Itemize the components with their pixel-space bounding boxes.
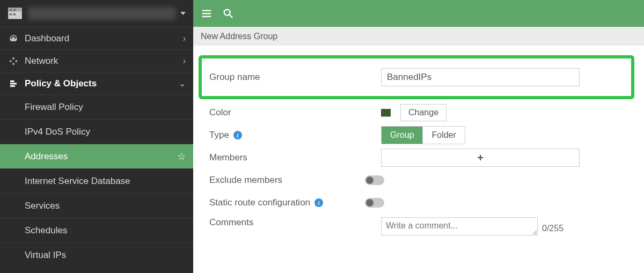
form-area: Group name Color Change Type i	[193, 46, 644, 237]
sidebar-item-label: Dashboard	[25, 33, 183, 44]
color-change-button[interactable]: Change	[400, 104, 447, 121]
type-row: Type i Group Folder	[199, 124, 634, 146]
policy-icon	[8, 79, 19, 88]
sidebar-subitem-internet-service-database[interactable]: Internet Service Database	[0, 168, 193, 193]
sidebar-subitem-ipv4-dos-policy[interactable]: IPv4 DoS Policy	[0, 119, 193, 144]
svg-point-9	[224, 10, 230, 16]
comments-input[interactable]	[381, 217, 538, 235]
sidebar-subitem-label: Services	[25, 201, 186, 211]
members-add-button[interactable]: +	[381, 149, 580, 167]
group-name-input[interactable]	[381, 68, 580, 86]
sidebar-item-network[interactable]: Network ›	[0, 49, 193, 72]
exclude-members-label: Exclude members	[209, 175, 365, 186]
sidebar-item-label: Policy & Objects	[25, 78, 179, 89]
svg-rect-8	[202, 16, 211, 17]
color-swatch-icon	[381, 109, 391, 116]
svg-rect-6	[202, 10, 211, 11]
svg-rect-7	[202, 13, 211, 14]
comments-row: Comments 0/255	[199, 214, 634, 237]
info-icon[interactable]: i	[233, 131, 242, 139]
sidebar-subitem-virtual-ips[interactable]: Virtual IPs	[0, 242, 193, 267]
brand-selector[interactable]	[0, 0, 193, 27]
sidebar-item-policy-objects[interactable]: Policy & Objects ⌄	[0, 72, 193, 94]
exclude-members-toggle[interactable]	[365, 175, 384, 185]
sidebar-item-label: Network	[25, 56, 183, 67]
sidebar-subitem-services[interactable]: Services	[0, 193, 193, 218]
svg-line-10	[230, 15, 233, 18]
color-row: Color Change	[199, 101, 634, 124]
svg-rect-5	[13, 13, 16, 16]
topbar	[193, 0, 644, 27]
sidebar-subitem-label: Internet Service Database	[25, 176, 186, 187]
svg-rect-2	[10, 9, 12, 11]
members-row: Members +	[199, 146, 634, 169]
sidebar-item-dashboard[interactable]: Dashboard ›	[0, 27, 193, 49]
static-route-toggle[interactable]	[365, 198, 384, 208]
type-option-folder[interactable]: Folder	[423, 127, 464, 144]
members-label: Members	[209, 152, 381, 163]
search-icon[interactable]	[222, 8, 234, 19]
sidebar-subitem-schedules[interactable]: Schedules	[0, 218, 193, 242]
comments-label: Comments	[209, 217, 381, 228]
sidebar-subitem-label: Schedules	[25, 225, 186, 236]
plus-icon: +	[477, 152, 484, 164]
type-label: Type	[209, 130, 229, 141]
caret-down-icon	[180, 12, 186, 15]
sidebar-subitem-label: Addresses	[25, 151, 177, 162]
static-route-row: Static route configuration i	[199, 191, 634, 214]
sidebar: Dashboard › Network › Policy & Objects ⌄…	[0, 0, 193, 273]
svg-rect-3	[13, 9, 16, 11]
comments-count: 0/255	[542, 224, 564, 235]
type-option-group[interactable]: Group	[382, 127, 423, 144]
sidebar-subitem-addresses[interactable]: Addresses ☆	[0, 144, 193, 168]
dashboard-icon	[8, 34, 19, 43]
chevron-down-icon: ⌄	[179, 78, 186, 88]
star-icon[interactable]: ☆	[177, 151, 186, 163]
main-panel: New Address Group Group name Color Chang…	[193, 0, 644, 273]
sidebar-subitem-label: IPv4 DoS Policy	[25, 127, 186, 137]
sidebar-subitem-label: Firewall Policy	[25, 102, 186, 113]
brand-logo-icon	[8, 6, 23, 21]
sidebar-subitem-firewall-policy[interactable]: Firewall Policy	[0, 94, 193, 119]
chevron-right-icon: ›	[183, 56, 186, 66]
exclude-members-row: Exclude members	[199, 169, 634, 191]
group-name-label: Group name	[209, 72, 381, 83]
svg-rect-4	[10, 13, 12, 16]
sidebar-nav: Dashboard › Network › Policy & Objects ⌄…	[0, 27, 193, 267]
chevron-right-icon: ›	[183, 34, 186, 43]
highlight-group-name: Group name	[199, 55, 634, 99]
type-segmented: Group Folder	[381, 126, 465, 144]
breadcrumb: New Address Group	[193, 27, 644, 46]
network-icon	[8, 56, 19, 66]
color-label: Color	[209, 107, 381, 118]
info-icon[interactable]: i	[314, 198, 323, 207]
breadcrumb-text: New Address Group	[201, 32, 277, 41]
brand-label-redacted	[28, 7, 176, 20]
static-route-label: Static route configuration	[209, 197, 310, 208]
sidebar-subitem-label: Virtual IPs	[25, 250, 186, 261]
hamburger-icon[interactable]	[201, 8, 213, 19]
